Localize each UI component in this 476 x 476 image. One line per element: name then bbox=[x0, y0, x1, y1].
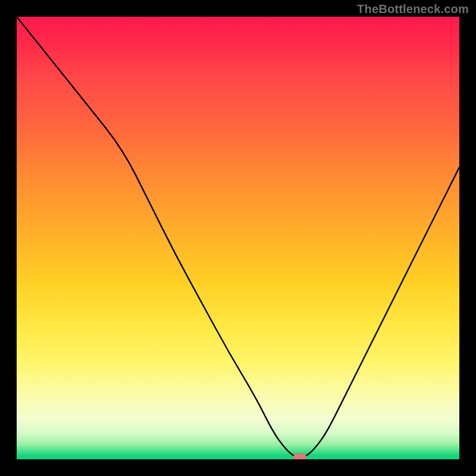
plot-area bbox=[17, 17, 459, 459]
chart-frame: TheBottleneck.com bbox=[0, 0, 476, 476]
bottleneck-curve bbox=[17, 17, 459, 457]
watermark-text: TheBottleneck.com bbox=[357, 2, 469, 16]
curve-svg bbox=[17, 17, 459, 459]
optimal-marker bbox=[293, 453, 306, 459]
